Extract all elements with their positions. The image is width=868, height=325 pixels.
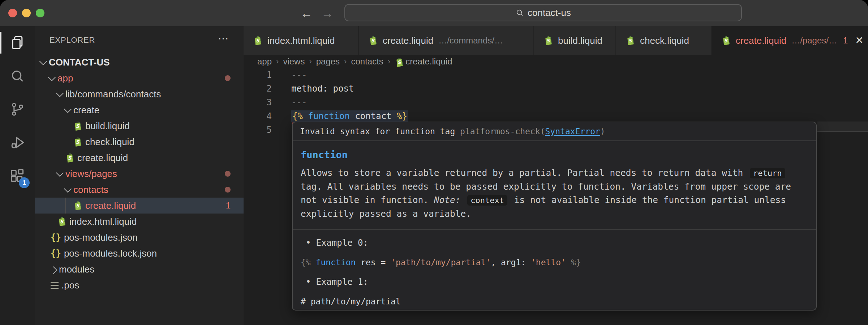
example-1-code: # path/to/my/partial{% liquid xyxy=(301,295,808,311)
hover-docs: function Allows to store a variable retu… xyxy=(293,149,816,311)
svg-text:S: S xyxy=(76,203,80,208)
explorer-files-icon xyxy=(9,35,25,51)
liquid-file-icon: S xyxy=(253,35,262,46)
breadcrumb-item-views[interactable]: views xyxy=(283,56,305,67)
tree-item-pos-modules-lock-json[interactable]: {} pos-modules.lock.json xyxy=(35,245,244,261)
modified-dot xyxy=(225,75,231,81)
tree-item-contact-us-root[interactable]: CONTACT-US xyxy=(35,54,244,70)
code-line-1[interactable]: 1 --- xyxy=(244,68,868,82)
svg-text:S: S xyxy=(371,38,375,43)
liquid-file-icon: S xyxy=(721,35,731,46)
hover-edge-band xyxy=(817,122,868,132)
file-tree: CONTACT-US app lib/commands/contacts cre… xyxy=(35,54,244,293)
close-tab-icon[interactable]: ✕ xyxy=(855,35,863,46)
tree-item-views-pages[interactable]: views/pages xyxy=(35,166,244,182)
breadcrumb-item-pages[interactable]: pages xyxy=(316,56,340,67)
error-count-badge: 1 xyxy=(226,201,231,211)
chevron-down-icon xyxy=(56,169,64,177)
liquid-file-icon: S xyxy=(368,35,378,46)
chevron-down-icon xyxy=(48,73,56,81)
breadcrumb-separator: › xyxy=(309,57,311,66)
liquid-file-icon: S xyxy=(73,201,82,211)
source-control-icon xyxy=(9,101,25,117)
tab-create-liquid-pages[interactable]: S create.liquid …/pages/… 1 ✕ xyxy=(712,26,868,55)
text-file-icon xyxy=(51,282,59,289)
syntax-error-link[interactable]: SyntaxError xyxy=(545,127,600,136)
tab-index-html-liquid[interactable]: S index.html.liquid xyxy=(244,26,359,55)
tree-item-index-html-liquid[interactable]: S index.html.liquid xyxy=(35,214,244,229)
breadcrumb-item-file[interactable]: S create.liquid xyxy=(395,56,452,67)
forward-arrow-icon[interactable]: → xyxy=(319,5,335,21)
tree-item-modules[interactable]: modules xyxy=(35,261,244,277)
command-center-search[interactable]: contact-us xyxy=(344,4,742,21)
chevron-right-icon xyxy=(50,266,57,274)
tree-item-create-liquid-pages[interactable]: S create.liquid 1 xyxy=(35,198,244,214)
extensions-badge: 1 xyxy=(19,177,30,188)
liquid-file-icon: S xyxy=(65,153,74,163)
breadcrumb: app › views › pages › contacts › S creat… xyxy=(244,55,868,68)
search-icon xyxy=(515,8,524,17)
back-arrow-icon[interactable]: ← xyxy=(298,5,314,21)
liquid-file-icon: S xyxy=(543,35,553,46)
code-token: method: post xyxy=(291,84,354,94)
code-line-4[interactable]: 4 {% function contact %} xyxy=(244,109,868,123)
tree-item-build-liquid[interactable]: S build.liquid xyxy=(35,118,244,134)
minimize-button[interactable] xyxy=(22,9,31,17)
tab-check-liquid[interactable]: S check.liquid xyxy=(616,26,712,55)
json-file-icon: {} xyxy=(51,232,61,242)
chevron-down-icon xyxy=(64,185,72,193)
line-number: 3 xyxy=(244,96,272,109)
breadcrumb-separator: › xyxy=(344,57,347,66)
breadcrumb-item-contacts[interactable]: contacts xyxy=(351,56,383,67)
liquid-file-icon: S xyxy=(73,121,82,131)
breadcrumb-item-app[interactable]: app xyxy=(257,56,272,67)
hover-tooltip: Invalid syntax for function tag platform… xyxy=(292,122,817,311)
explorer-sidebar: EXPLORER ⋯ CONTACT-US app lib/commands/c… xyxy=(35,26,244,325)
tab-build-liquid[interactable]: S build.liquid xyxy=(534,26,616,55)
tree-item-check-liquid[interactable]: S check.liquid xyxy=(35,134,244,150)
code-token: --- xyxy=(291,70,307,80)
liquid-file-icon: S xyxy=(65,153,74,163)
close-button[interactable] xyxy=(8,9,17,17)
modified-dot xyxy=(225,187,231,193)
tree-item-lib-commands-contacts[interactable]: lib/commands/contacts xyxy=(35,86,244,102)
explorer-header: EXPLORER ⋯ xyxy=(35,26,244,54)
activity-bar: 1 xyxy=(0,26,35,325)
title-bar: ← → contact-us xyxy=(0,0,868,26)
svg-text:S: S xyxy=(628,38,632,43)
liquid-file-icon: S xyxy=(626,35,635,46)
tree-item-pos-modules-json[interactable]: {} pos-modules.json xyxy=(35,229,244,245)
tree-item-create-liquid-commands[interactable]: S create.liquid xyxy=(35,150,244,166)
liquid-file-icon: S xyxy=(395,57,403,66)
zoom-button[interactable] xyxy=(36,9,44,17)
svg-text:S: S xyxy=(76,123,80,129)
activitybar-item-search[interactable] xyxy=(0,59,35,93)
note-label: Note: xyxy=(434,195,461,205)
activitybar-item-explorer[interactable] xyxy=(0,26,35,59)
tree-item-contacts[interactable]: contacts xyxy=(35,182,244,198)
code-line-3[interactable]: 3 --- xyxy=(244,96,868,109)
activitybar-item-source-control[interactable] xyxy=(0,93,35,126)
code-token: contact xyxy=(350,111,397,121)
liquid-file-icon: S xyxy=(73,137,82,147)
docs-heading: function xyxy=(301,149,808,160)
tab-create-liquid-commands[interactable]: S create.liquid …/commands/… xyxy=(359,26,534,55)
line-number: 4 xyxy=(244,109,272,123)
tree-item-pos[interactable]: .pos xyxy=(35,277,244,293)
line-number: 1 xyxy=(244,68,272,82)
more-actions-icon[interactable]: ⋯ xyxy=(218,32,230,45)
tree-item-create-folder[interactable]: create xyxy=(35,102,244,118)
code-token: %} xyxy=(397,111,407,121)
activitybar-item-extensions[interactable]: 1 xyxy=(0,159,35,193)
line-number: 2 xyxy=(244,82,272,96)
code-editor[interactable]: 1 --- 2 method: post 3 --- 4 {% function… xyxy=(244,68,868,325)
tree-item-app[interactable]: app xyxy=(35,70,244,86)
liquid-file-icon: S xyxy=(721,35,731,46)
tab-description: …/commands/… xyxy=(438,35,503,46)
tab-description: …/pages/… xyxy=(791,35,837,46)
code-line-2[interactable]: 2 method: post xyxy=(244,82,868,96)
example-1-label: Example 1: xyxy=(306,277,808,287)
liquid-file-icon: S xyxy=(73,201,82,211)
svg-text:S: S xyxy=(546,38,550,43)
activitybar-item-run-debug[interactable] xyxy=(0,126,35,159)
